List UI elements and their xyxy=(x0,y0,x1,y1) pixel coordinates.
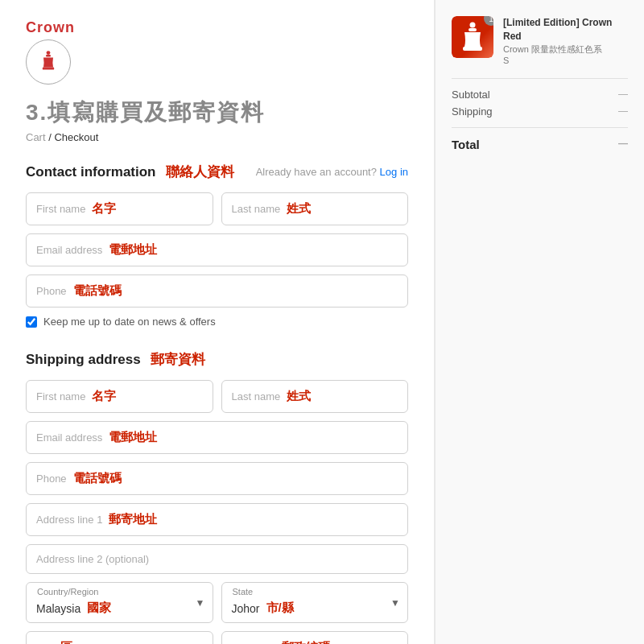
country-select-wrapper: Country/Region Malaysia 國家 ▼ xyxy=(26,582,213,623)
newsletter-checkbox[interactable] xyxy=(26,316,37,328)
contact-heading-zh: 聯絡人資料 xyxy=(166,163,234,181)
contact-email-label: Email address xyxy=(36,244,102,256)
order-item-subtitle: Crown 限量款性感紅色系 xyxy=(503,43,628,56)
country-zh: 國家 xyxy=(87,601,111,616)
city-zh: 區 xyxy=(60,640,72,644)
shipping-address1-input[interactable]: Address line 1 郵寄地址 xyxy=(26,503,408,536)
order-summary-panel: 1 [Limited Edition] Crown Red Crown 限量款性… xyxy=(435,0,644,644)
contact-last-name-field: Last name 姓式 xyxy=(221,192,409,225)
order-item-details: [Limited Edition] Crown Red Crown 限量款性感紅… xyxy=(503,16,628,65)
postcode-input[interactable]: Postcode 郵政編碼 xyxy=(221,631,409,644)
contact-name-row: First name 名字 Last name 姓式 xyxy=(26,192,408,225)
contact-last-name-label: Last name xyxy=(232,203,281,215)
shipping-address1-field: Address line 1 郵寄地址 xyxy=(26,503,408,536)
contact-last-name-zh: 姓式 xyxy=(287,201,311,217)
svg-rect-5 xyxy=(463,47,482,51)
city-postcode-row: City 區 Postcode 郵政編碼 xyxy=(26,631,408,644)
shipping-cost-label: Shipping xyxy=(452,105,493,118)
contact-email-field: Email address 電郵地址 xyxy=(26,233,408,266)
logo-icon xyxy=(26,39,71,85)
order-item-variant: S xyxy=(503,56,628,65)
svg-rect-4 xyxy=(469,28,477,31)
contact-phone-input[interactable]: Phone 電話號碼 xyxy=(26,275,408,308)
order-divider-2 xyxy=(452,127,628,128)
contact-heading-en: Contact information xyxy=(26,164,156,180)
subtotal-value: — xyxy=(618,89,628,101)
contact-first-name-zh: 名字 xyxy=(92,201,116,217)
shipping-first-name-input[interactable]: First name 名字 xyxy=(26,380,213,413)
postcode-zh: 郵政編碼 xyxy=(282,640,330,644)
shipping-email-field: Email address 電郵地址 xyxy=(26,421,408,454)
shipping-first-name-zh: 名字 xyxy=(92,389,116,404)
shipping-address1-label: Address line 1 xyxy=(36,514,102,526)
contact-phone-zh: 電話號碼 xyxy=(73,283,122,299)
shipping-phone-zh: 電話號碼 xyxy=(73,471,122,486)
contact-email-zh: 電郵地址 xyxy=(109,242,157,258)
crown-chess-icon xyxy=(36,50,60,74)
newsletter-checkbox-row: Keep me up to date on news & offers xyxy=(26,316,408,328)
shipping-email-label: Email address xyxy=(36,431,102,444)
contact-email-input[interactable]: Email address 電郵地址 xyxy=(26,233,408,266)
shipping-first-name-field: First name 名字 xyxy=(26,380,213,413)
product-chess-icon xyxy=(458,21,487,53)
state-select[interactable]: Johor 市/縣 xyxy=(221,582,409,623)
shipping-first-name-label: First name xyxy=(36,390,85,402)
contact-last-name-input[interactable]: Last name 姓式 xyxy=(221,192,409,225)
newsletter-label: Keep me up to date on news & offers xyxy=(43,316,216,328)
breadcrumb: Cart / Checkout xyxy=(26,131,408,143)
order-divider-1 xyxy=(452,78,628,79)
shipping-heading-zh: 郵寄資料 xyxy=(151,350,205,369)
logo-section: Crown xyxy=(26,19,408,91)
contact-first-name-field: First name 名字 xyxy=(26,192,213,225)
shipping-last-name-field: Last name 姓式 xyxy=(221,380,409,413)
city-input[interactable]: City 區 xyxy=(26,631,213,644)
shipping-last-name-input[interactable]: Last name 姓式 xyxy=(221,380,409,413)
shipping-name-row: First name 名字 Last name 姓式 xyxy=(26,380,408,413)
shipping-phone-input[interactable]: Phone 電話號碼 xyxy=(26,462,408,495)
shipping-address2-label: Address line 2 (optional) xyxy=(36,553,149,565)
contact-first-name-input[interactable]: First name 名字 xyxy=(26,192,213,225)
shipping-heading-en: Shipping address xyxy=(26,352,141,368)
total-row: Total — xyxy=(452,138,628,151)
subtotal-row: Subtotal — xyxy=(452,89,628,101)
shipping-email-input[interactable]: Email address 電郵地址 xyxy=(26,421,408,454)
order-item-name: [Limited Edition] Crown Red xyxy=(503,16,628,43)
page-heading: 3.填寫購買及郵寄資料 xyxy=(26,97,408,128)
shipping-last-name-label: Last name xyxy=(232,390,281,402)
shipping-email-zh: 電郵地址 xyxy=(109,430,157,445)
contact-section-heading: Contact information 聯絡人資料 Already have a… xyxy=(26,163,408,181)
shipping-address2-input[interactable]: Address line 2 (optional) xyxy=(26,544,408,574)
subtotal-label: Subtotal xyxy=(452,89,490,101)
country-state-row: Country/Region Malaysia 國家 ▼ State Johor… xyxy=(26,582,408,623)
svg-point-0 xyxy=(47,51,51,55)
contact-first-name-label: First name xyxy=(36,203,85,215)
order-item-image: 1 xyxy=(452,16,493,58)
svg-point-3 xyxy=(470,23,476,28)
city-field: City 區 xyxy=(26,631,213,644)
brand-name: Crown xyxy=(26,19,75,36)
state-select-wrapper: State Johor 市/縣 ▼ xyxy=(221,582,409,623)
shipping-phone-field: Phone 電話號碼 xyxy=(26,462,408,495)
shipping-address1-zh: 郵寄地址 xyxy=(109,512,157,527)
order-item: 1 [Limited Edition] Crown Red Crown 限量款性… xyxy=(452,16,628,65)
country-value: Malaysia xyxy=(36,602,80,615)
shipping-address2-field: Address line 2 (optional) xyxy=(26,544,408,574)
shipping-cost-value: — xyxy=(618,105,628,118)
postcode-field: Postcode 郵政編碼 xyxy=(221,631,409,644)
contact-phone-field: Phone 電話號碼 xyxy=(26,275,408,308)
contact-phone-label: Phone xyxy=(36,285,67,297)
state-zh: 市/縣 xyxy=(266,601,294,616)
country-select[interactable]: Malaysia 國家 xyxy=(26,582,213,623)
shipping-section-heading: Shipping address 郵寄資料 xyxy=(26,350,408,369)
svg-rect-2 xyxy=(43,68,54,70)
shipping-last-name-zh: 姓式 xyxy=(287,389,311,404)
svg-rect-1 xyxy=(46,55,51,56)
breadcrumb-checkout: Checkout xyxy=(54,131,98,143)
total-value: — xyxy=(618,138,628,151)
state-value: Johor xyxy=(232,602,260,615)
login-link[interactable]: Log in xyxy=(380,166,408,178)
total-label: Total xyxy=(452,138,480,151)
shipping-phone-label: Phone xyxy=(36,473,67,485)
breadcrumb-cart[interactable]: Cart xyxy=(26,131,46,143)
contact-already-account: Already have an account? Log in xyxy=(256,166,408,178)
